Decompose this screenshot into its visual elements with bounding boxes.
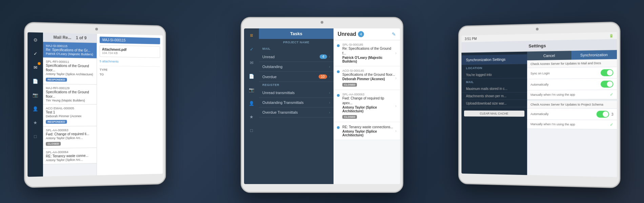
camera-dot-center [321,21,323,24]
unread-dot-0 [337,44,340,47]
type-label: TYPE [100,66,160,72]
task-arrow-4: › [329,91,330,95]
task-arrow-5: › [329,101,330,105]
attachment-size: 104.724 KB [102,51,158,55]
unread-item-arrow-3: › [395,129,397,133]
item-title: Test 1 [46,110,94,114]
cancel-tab[interactable]: Cancel [527,51,571,60]
sidebar-star-icon[interactable]: ★ [31,118,40,127]
manual-check-icon: ✓ [610,92,613,97]
item-title: Fwd: Change of required ti... [46,132,94,136]
unread-item-3[interactable]: RE: Tenancy waste connections... Antony … [334,122,400,140]
item-author: Antony Taylor (Splice Architecture) [46,72,94,76]
location-label: LOCATION [461,64,527,71]
settings-content: Synchronization Settings LOCATION You're… [461,50,617,177]
sidebar-doc-icon[interactable]: 📄 [31,76,40,86]
auto-item: Automatically [527,78,617,90]
center-content: Tasks PROJECT NAME MAIL Unread 4 › Outst… [259,28,400,184]
item-author: Patrick O'Leary (Majestic Builders) [46,52,94,56]
synchronization-tab[interactable]: Synchronization [571,50,617,60]
sidebar-photo-icon[interactable]: 📷 [31,90,40,99]
unread-item-0[interactable]: SPL-SI-000185 Re: Specifications of the … [334,40,400,66]
screen-center: ≡ ✓ ✉ 📄 📷 👤 ★ □ Tasks PROJECT NAME MAIL … [244,28,400,184]
unread-item-id-1: ACO-SI-000145 [342,69,395,72]
unread-item-id-0: SPL-SI-000185 [342,43,395,46]
mail-item-1[interactable]: SPL-RFI-000011 Specifications of the Gro… [43,58,97,85]
tasks-panel: Tasks PROJECT NAME MAIL Unread 4 › Outst… [259,28,334,184]
unread-badge-closed-2: CLOSED [342,115,357,119]
settings-tabs: Cancel Synchronization [527,50,617,60]
sidebar-people-icon[interactable]: 👤 [31,104,40,113]
camera-dot-left [95,28,98,30]
task-arrow-2: › [329,65,330,69]
center-camera-icon[interactable]: 📷 [247,85,256,94]
center-sidebar: ≡ ✓ ✉ 📄 📷 👤 ★ □ [244,28,259,184]
mail-count: 3 [611,112,613,116]
sync-description: Check Aconex Server for Updates to Mail … [527,59,617,68]
center-star-icon[interactable]: ★ [247,112,256,121]
sidebar-box-icon[interactable]: □ [31,132,40,141]
center-logo-icon[interactable]: ≡ [247,31,256,40]
unread-item-author-1: Deborah Pimmer (Aconex) [342,77,395,81]
unread-panel: Unread 4 ✎ SPL-SI-000185 Re: Specificati… [334,28,400,184]
upload-row: Upload/download size war... [461,100,527,107]
mail-item-3[interactable]: ACO EMAIL-000005 Test 1 Deborah Pimmer (… [43,105,97,127]
mail-item-4[interactable]: SPL-AA-000063 Fwd: Change of required ti… [43,126,97,149]
item-author: Antony Taylor (Splice Arc... [46,136,94,140]
sidebar-check-icon[interactable]: ✓ [31,49,40,58]
task-outstanding[interactable]: Outstanding › [259,62,334,72]
sync-login-label: Sync on Login [530,71,601,75]
detail-pane: MAJ-SI-000115 Attachment.pdf 104.724 KB … [97,34,163,175]
unread-item-title-2: Fwd: Change of required tip apex... [342,96,395,106]
unread-item-content-2: SPL-AA-000063 Fwd: Change of required ti… [342,93,395,119]
center-box-icon[interactable]: □ [247,126,256,135]
settings-right-panel: Cancel Synchronization Check Aconex Serv… [527,50,617,177]
edit-icon[interactable]: ✎ [392,31,396,37]
mail-auto-item: Automatically 3 [527,109,617,120]
mail-list-header: Mail Re... 1 of 9 [43,32,97,43]
sync-login-toggle[interactable] [601,69,613,76]
task-overdue[interactable]: Overdue 10 › [259,72,334,82]
unread-item-author-2: Antony Taylor (Splice Architecture) [342,106,395,113]
unread-item-arrow-0: › [395,51,397,55]
task-arrow-3: › [329,75,330,78]
unread-item-author-0: Patrick O'Leary (Majestic Builders) [342,56,395,63]
attachment-block: Attachment.pdf 104.724 KB [100,45,160,58]
auto-label: Automatically [530,83,601,86]
unread-item-1[interactable]: ACO-SI-000145 Specifications of the Grou… [334,66,400,90]
manual-item: Manually when I'm using the app ✓ [527,90,617,99]
center-doc-icon[interactable]: 📄 [247,72,256,81]
task-overdue-transmittals[interactable]: Overdue Transmittals › [259,108,334,117]
item-title: Specifications of the Ground floor... [46,63,94,73]
settings-left-panel: Synchronization Settings LOCATION You're… [461,52,527,175]
unread-count: 4 [320,54,327,59]
attachments-count: 5 attachments [100,60,160,64]
right-screen-inner: 3:51 PM 🔋 Settings Synchronization Setti… [461,32,617,177]
unread-item-arrow-2: › [395,104,397,108]
task-outstanding-transmittals[interactable]: Outstanding Transmittals › [259,98,334,108]
screen-right: 3:51 PM 🔋 Settings Synchronization Setti… [461,32,617,177]
sync-settings-item[interactable]: Synchronization Settings [461,54,527,65]
mail-auto-toggle[interactable] [597,111,609,118]
center-mail-icon[interactable]: ✉ [247,58,256,67]
task-unread-transmittals[interactable]: Unread transmittals › [259,88,334,98]
center-people-icon[interactable]: 👤 [247,99,256,108]
sidebar-mail-icon[interactable]: ✉ [31,63,40,72]
sidebar-wifi-icon[interactable]: ⊙ [31,35,40,44]
item-author: Deborah Pimmer (Aconex [46,114,94,118]
mail-item-selected[interactable]: MAJ-SI-000115 Re: Specifications of the … [43,42,97,59]
item-title: Specifications of the Ground floor... [46,90,94,99]
clear-mail-cache-button[interactable]: CLEAR MAIL CACHE [464,111,524,117]
auto-toggle[interactable] [601,81,613,88]
unread-item-content-3: RE: Tenancy waste connections... Antony … [342,125,395,137]
unread-item-2[interactable]: SPL-AA-000063 Fwd: Change of required ti… [334,90,400,122]
mail-item-5[interactable]: SPL-AA-000064 RE: Tenancy waste conne...… [43,148,97,164]
badge-responded: RESPONDED [46,78,67,82]
mail-label: MAIL [461,78,527,85]
task-unread[interactable]: Unread 4 › [259,52,334,62]
center-check-icon[interactable]: ✓ [247,45,256,53]
attachments-row: Attachments shown per m... [461,92,527,100]
tablet-left: ⊙ ✓ ✉ 📄 📷 👤 ★ □ Mail Re... 1 of 9 MAJ-SI… [24,22,166,188]
unread-item-content-0: SPL-SI-000185 Re: Specifications of the … [342,43,395,63]
mail-item-2[interactable]: MAJ-RFI-000129 Specifications of the Gro… [43,84,97,105]
